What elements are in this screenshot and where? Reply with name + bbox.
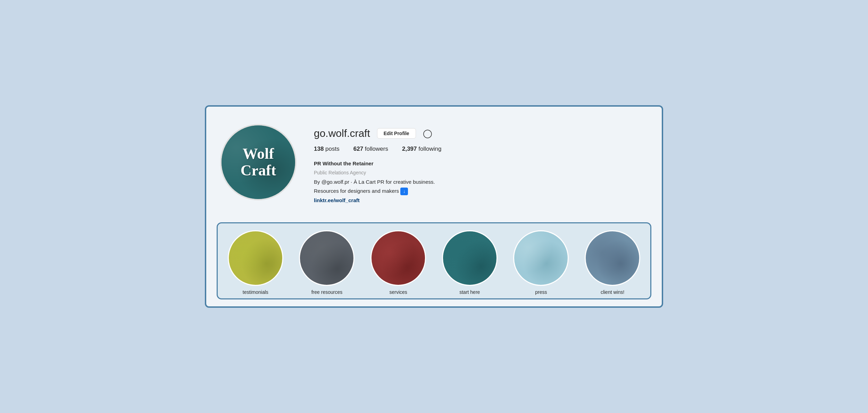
posts-stat: 138 posts	[314, 146, 340, 152]
avatar-text-line1: Wolf	[243, 146, 274, 162]
bio-link[interactable]: linktr.ee/wolf_craft	[314, 197, 360, 203]
username-row: go.wolf.craft Edit Profile ◯	[314, 127, 648, 139]
bio-section: PR Without the Retainer Public Relations…	[314, 159, 648, 205]
bio-line2: Resources for designers and makers ↓	[314, 187, 648, 195]
settings-icon[interactable]: ◯	[423, 129, 432, 138]
highlight-free-resources[interactable]: free resources	[299, 230, 354, 295]
posts-label-text: posts	[325, 146, 340, 152]
bio-category: Public Relations Agency	[314, 169, 648, 176]
highlight-press[interactable]: press	[513, 230, 569, 295]
instagram-profile-page: Wolf Craft go.wolf.craft Edit Profile ◯ …	[205, 105, 663, 308]
highlight-services[interactable]: services	[370, 230, 426, 295]
avatar-text-line2: Craft	[241, 162, 276, 179]
followers-count: 627	[353, 146, 363, 152]
edit-profile-button[interactable]: Edit Profile	[377, 128, 416, 139]
bio-name: PR Without the Retainer	[314, 159, 648, 168]
highlight-start-here[interactable]: start here	[442, 230, 498, 295]
highlight-label-testimonials: testimonials	[243, 289, 268, 295]
highlights-section: testimonials free resources services sta…	[217, 222, 651, 299]
highlight-circle-testimonials	[228, 230, 283, 286]
highlight-circle-services	[370, 230, 426, 286]
posts-count: 138	[314, 146, 324, 152]
highlight-circle-client-wins	[585, 230, 640, 286]
stats-row: 138 posts 627 followers 2,397 following	[314, 146, 648, 152]
profile-info: go.wolf.craft Edit Profile ◯ 138 posts 6…	[314, 124, 648, 205]
highlight-label-free-resources: free resources	[311, 289, 342, 295]
highlight-label-start-here: start here	[459, 289, 480, 295]
bio-line2-text: Resources for designers and makers	[314, 188, 399, 194]
highlight-label-services: services	[389, 289, 407, 295]
highlight-client-wins[interactable]: client wins!	[585, 230, 640, 295]
following-stat[interactable]: 2,397 following	[402, 146, 441, 152]
highlight-label-client-wins: client wins!	[601, 289, 624, 295]
highlight-circle-free-resources	[299, 230, 354, 286]
profile-section: Wolf Craft go.wolf.craft Edit Profile ◯ …	[217, 117, 651, 219]
following-count: 2,397	[402, 146, 417, 152]
username: go.wolf.craft	[314, 127, 370, 139]
highlight-circle-press	[513, 230, 569, 286]
following-label-text: following	[418, 146, 441, 152]
highlight-label-press: press	[535, 289, 547, 295]
down-arrow-icon: ↓	[400, 188, 408, 195]
highlight-testimonials[interactable]: testimonials	[228, 230, 283, 295]
followers-label-text: followers	[365, 146, 388, 152]
highlights-row: testimonials free resources services sta…	[225, 230, 643, 295]
highlight-circle-start-here	[442, 230, 498, 286]
bio-line1: By @go.wolf.pr · À La Cart PR for creati…	[314, 178, 648, 186]
profile-avatar[interactable]: Wolf Craft	[220, 124, 297, 200]
followers-stat[interactable]: 627 followers	[353, 146, 388, 152]
